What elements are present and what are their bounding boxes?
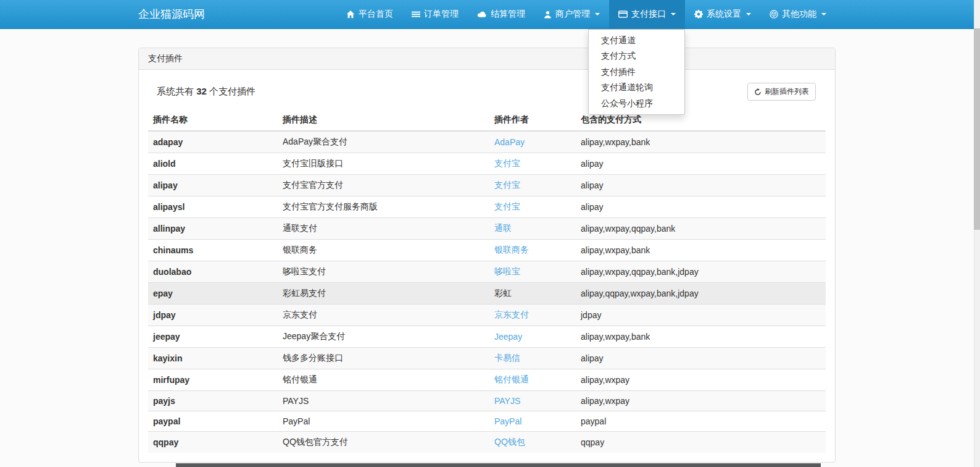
plugin-desc: PayPal — [278, 411, 489, 432]
plugin-methods: alipay — [576, 348, 826, 369]
refresh-button-label: 刷新插件列表 — [765, 86, 809, 97]
plugin-methods: alipay,wxpay,bank — [576, 240, 826, 261]
vertical-scrollbar-thumb[interactable] — [974, 28, 980, 230]
plugin-author-link[interactable]: AdaPay — [494, 137, 525, 147]
plugin-methods: alipay,wxpay — [576, 369, 826, 391]
brand-title[interactable]: 企业猫源码网 — [138, 7, 205, 22]
plugin-methods: alipay — [576, 196, 826, 218]
dropdown-item-payment-channel[interactable]: 支付通道 — [589, 33, 684, 49]
user-icon — [544, 11, 552, 19]
header-plugin-desc: 插件描述 — [278, 109, 489, 131]
plugin-author-link[interactable]: PayPal — [494, 416, 521, 426]
plugin-author-link[interactable]: 支付宝 — [494, 201, 520, 211]
home-icon — [346, 10, 355, 19]
nav-item-merchant-management[interactable]: 商户管理 — [534, 0, 609, 29]
bottom-edge-strip — [176, 463, 821, 467]
plugin-author-link[interactable]: 铭付银通 — [494, 374, 529, 384]
nav-item-payment-interface[interactable]: 支付接口 支付通道 支付方式 支付插件 支付通道轮询 公众号小程序 — [609, 0, 685, 29]
plugin-author-link[interactable]: 银联商务 — [494, 245, 529, 255]
header-plugin-author: 插件作者 — [489, 109, 576, 131]
table-row: mirfupay 铭付银通 铭付银通 alipay,wxpay — [148, 369, 826, 391]
plugin-author-link[interactable]: 支付宝 — [494, 180, 520, 190]
vertical-scrollbar-track[interactable] — [974, 0, 980, 467]
table-row: qqpay QQ钱包官方支付 QQ钱包 qqpay — [148, 432, 826, 453]
nav-label: 其他功能 — [782, 9, 816, 20]
cloud-icon — [477, 11, 487, 18]
chevron-down-icon — [671, 13, 676, 15]
table-row: duolabao 哆啦宝支付 哆啦宝 alipay,wxpay,qqpay,ba… — [148, 261, 826, 283]
table-row: adapay AdaPay聚合支付 AdaPay alipay,wxpay,ba… — [148, 131, 826, 153]
dropdown-item-payment-method[interactable]: 支付方式 — [589, 48, 684, 64]
refresh-plugin-list-button[interactable]: 刷新插件列表 — [747, 83, 816, 101]
table-row: paypal PayPal PayPal paypal — [148, 411, 826, 432]
plugin-name: paypal — [148, 411, 278, 432]
plugin-desc: 支付宝旧版接口 — [278, 153, 489, 175]
nav-label: 结算管理 — [491, 9, 525, 20]
payment-interface-dropdown: 支付通道 支付方式 支付插件 支付通道轮询 公众号小程序 — [588, 29, 685, 116]
plugin-desc: 支付宝官方支付服务商版 — [278, 196, 489, 218]
plugin-name: epay — [148, 283, 278, 305]
nav-label: 系统设置 — [707, 9, 741, 20]
plugin-count-text: 系统共有 32 个支付插件 — [157, 86, 255, 98]
plugin-name: jeepay — [148, 326, 278, 348]
credit-card-icon — [618, 11, 628, 18]
plugin-methods: alipay,wxpay,bank — [576, 326, 826, 348]
plugin-methods: qqpay — [576, 432, 826, 453]
plugin-table: 插件名称 插件描述 插件作者 包含的支付方式 adapay AdaPay聚合支付… — [148, 109, 826, 453]
plugin-name: mirfupay — [148, 369, 278, 391]
plugin-methods: alipay,wxpay,qqpay,bank,jdpay — [576, 261, 826, 283]
plugin-desc: 支付宝官方支付 — [278, 175, 489, 196]
plugin-author-link[interactable]: PAYJS — [494, 396, 520, 406]
gear-icon — [694, 10, 703, 19]
plugin-methods: paypal — [576, 411, 826, 432]
plugin-methods: alipay — [576, 153, 826, 175]
nav-label: 商户管理 — [555, 9, 590, 20]
list-icon — [412, 10, 420, 19]
plugin-desc: PAYJS — [278, 391, 489, 411]
plugin-name: chinaums — [148, 240, 278, 261]
plugin-author-link[interactable]: 哆啦宝 — [494, 266, 520, 276]
nav-label: 平台首页 — [359, 9, 393, 20]
main-nav: 平台首页 订单管理 结算管理 — [337, 0, 836, 29]
chevron-down-icon — [746, 13, 751, 15]
nav-item-order-management[interactable]: 订单管理 — [402, 0, 468, 29]
table-row: aliold 支付宝旧版接口 支付宝 alipay — [148, 153, 826, 175]
plugin-methods: jdpay — [576, 305, 826, 326]
table-row-hovered: epay 彩虹易支付 彩虹 alipay,qqpay,wxpay,bank,jd… — [148, 283, 826, 305]
plugin-methods: alipay,wxpay,bank — [576, 131, 826, 153]
plugin-name: allinpay — [148, 218, 278, 240]
table-row: alipay 支付宝官方支付 支付宝 alipay — [148, 175, 826, 196]
nav-item-settlement-management[interactable]: 结算管理 — [468, 0, 534, 29]
panel-body: 系统共有 32 个支付插件 刷新插件列表 插件名称 插件描述 — [139, 70, 835, 462]
table-row: kayixin 钱多多分账接口 卡易信 alipay — [148, 348, 826, 369]
plugin-count: 32 — [196, 86, 207, 96]
plugin-desc: 银联商务 — [278, 240, 489, 261]
nav-item-other-functions[interactable]: 其他功能 — [760, 0, 836, 29]
plugin-desc: 钱多多分账接口 — [278, 348, 489, 369]
plugin-author-link[interactable]: 京东支付 — [494, 309, 529, 319]
plugin-name: qqpay — [148, 432, 278, 453]
nav-item-platform-home[interactable]: 平台首页 — [337, 0, 402, 29]
nav-label: 订单管理 — [424, 9, 459, 20]
top-navbar: 企业猫源码网 平台首页 订单管理 — [0, 0, 974, 29]
plugin-desc: 彩虹易支付 — [278, 283, 489, 305]
chevron-down-icon — [821, 13, 826, 15]
dropdown-item-channel-polling[interactable]: 支付通道轮询 — [589, 80, 684, 96]
plugin-methods: alipay,wxpay,qqpay,bank — [576, 218, 826, 240]
plugin-author-link[interactable]: QQ钱包 — [494, 437, 525, 447]
dropdown-item-payment-plugin[interactable]: 支付插件 — [589, 64, 684, 80]
navbar-container: 企业猫源码网 平台首页 订单管理 — [138, 0, 836, 28]
cube-icon — [770, 10, 778, 19]
plugin-author-link[interactable]: Jeepay — [494, 332, 522, 342]
dropdown-item-official-miniprogram[interactable]: 公众号小程序 — [589, 96, 684, 112]
plugin-author-link[interactable]: 支付宝 — [494, 158, 520, 168]
table-row: chinaums 银联商务 银联商务 alipay,wxpay,bank — [148, 240, 826, 261]
nav-item-system-settings[interactable]: 系统设置 — [685, 0, 760, 29]
plugin-author-link[interactable]: 卡易信 — [494, 353, 520, 363]
table-header-row: 插件名称 插件描述 插件作者 包含的支付方式 — [148, 109, 826, 131]
plugin-name: duolabao — [148, 261, 278, 283]
plugin-desc: QQ钱包官方支付 — [278, 432, 489, 453]
plugin-name: aliold — [148, 153, 278, 175]
summary-prefix: 系统共有 — [157, 86, 194, 96]
plugin-author-link[interactable]: 通联 — [494, 223, 512, 233]
